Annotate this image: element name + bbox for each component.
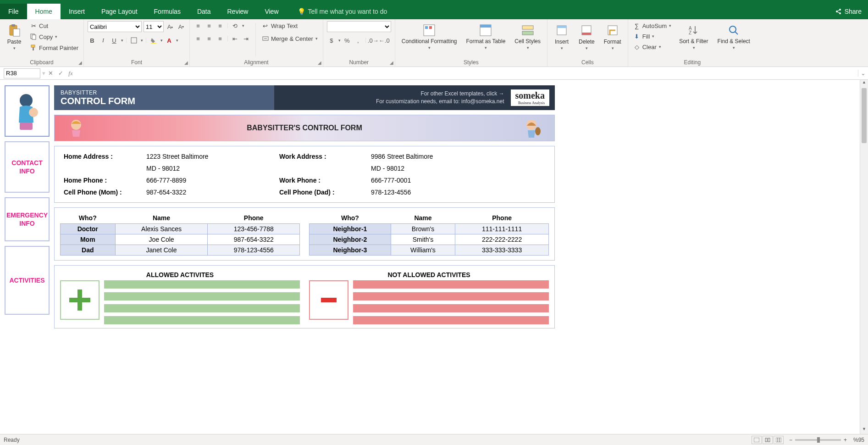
merge-center-button[interactable]: Merge & Center▾: [260, 34, 319, 43]
wrap-text-button[interactable]: ↩Wrap Text: [260, 21, 319, 30]
list-item[interactable]: [353, 316, 549, 324]
align-middle-button[interactable]: ≡: [205, 21, 214, 30]
tab-insert[interactable]: Insert: [61, 4, 93, 19]
scroll-down-button[interactable]: ▼: [860, 427, 868, 434]
align-left-button[interactable]: ≡: [194, 34, 203, 43]
cancel-formula-button[interactable]: ✕: [45, 70, 55, 77]
align-bottom-button[interactable]: ≡: [216, 21, 225, 30]
number-format-select[interactable]: [327, 21, 391, 32]
list-item[interactable]: [104, 316, 300, 324]
table-row[interactable]: Neighbor-1Brown's111-111-1111: [310, 224, 549, 234]
copy-button[interactable]: Copy▾: [28, 32, 80, 41]
find-select-button[interactable]: Find & Select▾: [715, 21, 753, 52]
home-address-value[interactable]: 1223 Street Baltimore: [146, 153, 279, 160]
align-right-button[interactable]: ≡: [216, 34, 225, 43]
borders-button[interactable]: [129, 36, 138, 45]
cell-dad-value[interactable]: 978-123-4556: [371, 189, 545, 196]
format-cells-button[interactable]: Format▾: [601, 21, 624, 52]
page-layout-button[interactable]: [763, 436, 773, 444]
enter-formula-button[interactable]: ✓: [55, 70, 66, 77]
align-top-button[interactable]: ≡: [194, 21, 203, 30]
vertical-scrollbar[interactable]: ▲ ▼: [860, 80, 868, 434]
list-item[interactable]: [104, 292, 300, 300]
tell-me[interactable]: 💡 Tell me what you want to do: [290, 4, 396, 19]
increase-indent-button[interactable]: ⇥: [242, 34, 251, 43]
tab-review[interactable]: Review: [219, 4, 257, 19]
formula-input[interactable]: [76, 68, 858, 78]
work-address-value[interactable]: 9986 Street Baltimore: [371, 153, 545, 160]
font-launcher[interactable]: ◢: [184, 60, 188, 65]
list-item[interactable]: [104, 304, 300, 312]
table-row[interactable]: Neighbor-3William's333-333-3333: [310, 245, 549, 256]
cut-button[interactable]: ✂Cut: [28, 21, 80, 30]
work-address-line2[interactable]: MD - 98012: [371, 165, 545, 172]
list-item[interactable]: [353, 280, 549, 289]
table-row[interactable]: DoctorAlexis Sances123-456-7788: [61, 224, 300, 234]
home-phone-value[interactable]: 666-777-8899: [146, 177, 279, 184]
share-button[interactable]: Share: [835, 8, 862, 15]
decrease-font-button[interactable]: A▾: [177, 22, 186, 31]
font-color-button[interactable]: A: [165, 36, 174, 45]
increase-decimal-button[interactable]: .0→: [369, 36, 378, 45]
clipboard-launcher[interactable]: ◢: [78, 60, 82, 65]
italic-button[interactable]: I: [99, 36, 108, 45]
fill-button[interactable]: ⬇Fill▾: [632, 32, 673, 41]
format-painter-button[interactable]: Format Painter: [28, 43, 80, 52]
templates-link-text[interactable]: For other Excel templates, click →: [376, 90, 504, 98]
table-row[interactable]: DadJanet Cole978-123-4556: [61, 245, 300, 256]
underline-button[interactable]: U: [110, 36, 119, 45]
normal-view-button[interactable]: [752, 436, 762, 444]
number-launcher[interactable]: ◢: [390, 60, 393, 65]
name-box[interactable]: [4, 68, 40, 78]
allowed-list[interactable]: [104, 280, 300, 324]
fill-color-button[interactable]: [149, 36, 158, 45]
comma-button[interactable]: ,: [354, 36, 363, 45]
format-as-table-button[interactable]: Format as Table▾: [463, 21, 508, 52]
wrap-label: Wrap Text: [271, 22, 298, 29]
list-item[interactable]: [353, 304, 549, 312]
fx-button[interactable]: fx: [66, 70, 76, 77]
font-name-select[interactable]: Calibri: [88, 21, 142, 32]
conditional-formatting-button[interactable]: Conditional Formatting▾: [399, 21, 460, 52]
font-size-select[interactable]: 11: [144, 21, 164, 32]
table-row[interactable]: Neighbor-2Smith's222-222-2222: [310, 234, 549, 245]
worksheet-area[interactable]: CONTACT INFO EMERGENCY INFO ACTIVITIES B…: [0, 80, 860, 434]
bold-button[interactable]: B: [88, 36, 97, 45]
tab-file[interactable]: File: [0, 4, 27, 19]
paste-button[interactable]: Paste▾: [4, 21, 25, 52]
align-center-button[interactable]: ≡: [205, 34, 214, 43]
table-row[interactable]: MomJoe Cole987-654-3322: [61, 234, 300, 245]
work-phone-value[interactable]: 666-777-0001: [371, 177, 545, 184]
list-item[interactable]: [353, 292, 549, 300]
tab-data[interactable]: Data: [189, 4, 219, 19]
tab-view[interactable]: View: [256, 4, 287, 19]
zoom-in-button[interactable]: +: [844, 437, 847, 443]
zoom-level[interactable]: %95: [853, 437, 864, 443]
increase-font-button[interactable]: A▴: [166, 22, 175, 31]
zoom-out-button[interactable]: −: [789, 437, 792, 443]
decrease-indent-button[interactable]: ⇤: [231, 34, 240, 43]
zoom-slider[interactable]: [795, 439, 841, 441]
expand-formula-button[interactable]: ⌄: [858, 70, 868, 77]
decrease-decimal-button[interactable]: ←.0: [380, 36, 389, 45]
autosum-button[interactable]: ∑AutoSum▾: [632, 21, 673, 30]
sort-filter-button[interactable]: AZSort & Filter▾: [676, 21, 711, 52]
orientation-button[interactable]: ⟲: [231, 21, 240, 30]
tab-formulas[interactable]: Formulas: [146, 4, 189, 19]
insert-cells-button[interactable]: Insert▾: [551, 21, 572, 52]
tab-page-layout[interactable]: Page Layout: [93, 4, 146, 19]
notallowed-list[interactable]: [353, 280, 549, 324]
cell-styles-button[interactable]: Cell Styles▾: [512, 21, 543, 52]
list-item[interactable]: [104, 280, 300, 289]
alignment-launcher[interactable]: ◢: [318, 60, 321, 65]
scroll-up-button[interactable]: ▲: [860, 80, 868, 87]
cell-mom-value[interactable]: 987-654-3322: [146, 189, 279, 196]
scroll-thumb[interactable]: [862, 88, 867, 143]
clear-button[interactable]: ◇Clear▾: [632, 42, 673, 51]
home-address-line2[interactable]: MD - 98012: [146, 165, 279, 172]
delete-cells-button[interactable]: Delete▾: [576, 21, 597, 52]
page-break-button[interactable]: [774, 436, 784, 444]
accounting-button[interactable]: $: [327, 36, 336, 45]
percent-button[interactable]: %: [343, 36, 352, 45]
tab-home[interactable]: Home: [27, 4, 61, 19]
